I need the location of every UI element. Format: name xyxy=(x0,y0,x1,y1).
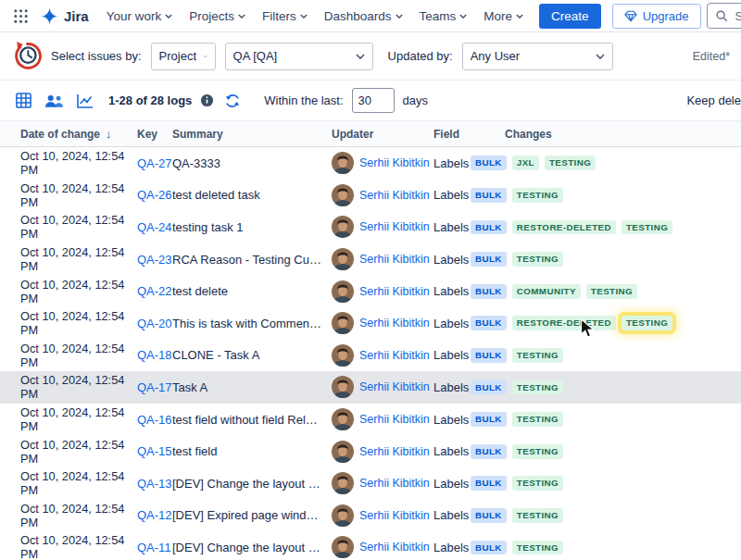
pagination-label: 1-28 of 28 logs xyxy=(108,93,192,107)
column-updater[interactable]: Updater xyxy=(332,128,433,141)
change-badge-bulk: BULK xyxy=(471,348,507,363)
updater-link[interactable]: Serhii Kibitkin xyxy=(359,349,430,362)
nav-item-teams[interactable]: Teams xyxy=(413,4,474,29)
avatar xyxy=(332,536,354,558)
info-icon[interactable] xyxy=(200,93,214,107)
avatar xyxy=(332,472,354,494)
table-row-qa-27[interactable]: Oct 10, 2024, 12:54 PM QA-27 QA-3333 Ser… xyxy=(0,147,741,180)
table-row-qa-13[interactable]: Oct 10, 2024, 12:54 PM QA-13 [DEV] Chang… xyxy=(0,467,741,500)
row-updater: Serhii Kibitkin xyxy=(332,536,433,558)
days-input[interactable] xyxy=(352,88,395,113)
nav-item-your-work[interactable]: Your work xyxy=(100,4,180,29)
project-dropdown[interactable]: QA [QA] xyxy=(225,43,373,70)
table-row-qa-23[interactable]: Oct 10, 2024, 12:54 PM QA-23 RCA Reason … xyxy=(0,243,741,276)
column-key[interactable]: Key xyxy=(137,128,172,141)
jira-brand[interactable]: Jira xyxy=(38,6,94,26)
updater-link[interactable]: Serhii Kibitkin xyxy=(359,413,430,426)
chevron-down-icon xyxy=(300,14,308,19)
table-view-button[interactable] xyxy=(13,90,34,111)
days-unit-label: days xyxy=(403,93,428,107)
nav-item-more[interactable]: More xyxy=(477,4,530,29)
change-badge-bulk: BULK xyxy=(471,508,507,523)
create-button[interactable]: Create xyxy=(539,4,601,29)
updated-by-value: Any User xyxy=(471,49,520,63)
nav-item-dashboards[interactable]: Dashboards xyxy=(318,4,409,29)
updater-link[interactable]: Serhii Kibitkin xyxy=(359,220,430,233)
updater-link[interactable]: Serhii Kibitkin xyxy=(359,253,430,266)
upgrade-button[interactable]: Upgrade xyxy=(612,4,701,29)
updater-link[interactable]: Serhii Kibitkin xyxy=(359,477,430,490)
column-updater-label: Updater xyxy=(332,128,373,141)
app-switcher-button[interactable] xyxy=(9,5,32,28)
change-badge-testing: TESTING xyxy=(512,412,563,427)
users-view-button[interactable] xyxy=(43,92,66,110)
select-by-value: Project xyxy=(159,49,196,63)
nav-item-label: Filters xyxy=(262,9,296,23)
nav-item-projects[interactable]: Projects xyxy=(182,4,252,29)
sort-desc-icon[interactable]: ↓ xyxy=(106,127,112,141)
table-row-qa-20[interactable]: Oct 10, 2024, 12:54 PM QA-20 This is tas… xyxy=(0,307,741,340)
table-row-qa-16[interactable]: Oct 10, 2024, 12:54 PM QA-16 test field … xyxy=(0,404,741,436)
updater-link[interactable]: Serhii Kibitkin xyxy=(359,285,430,298)
select-by-dropdown[interactable]: Project xyxy=(151,43,216,70)
issue-key-link[interactable]: QA-23 xyxy=(137,253,172,267)
issue-key-link[interactable]: QA-12 xyxy=(137,508,172,522)
table-row-qa-18[interactable]: Oct 10, 2024, 12:54 PM QA-18 CLONE - Tas… xyxy=(0,340,741,372)
updater-link[interactable]: Serhii Kibitkin xyxy=(359,317,430,330)
nav-item-filters[interactable]: Filters xyxy=(256,4,314,29)
updater-link[interactable]: Serhii Kibitkin xyxy=(359,156,430,169)
refresh-button[interactable] xyxy=(222,91,243,111)
updater-link[interactable]: Serhii Kibitkin xyxy=(359,445,430,458)
updater-link[interactable]: Serhii Kibitkin xyxy=(359,380,430,393)
issue-key-link[interactable]: QA-13 xyxy=(137,477,172,491)
issue-key-link[interactable]: QA-17 xyxy=(137,380,172,394)
change-badge-bulk: BULK xyxy=(471,444,507,459)
chart-view-button[interactable] xyxy=(74,91,96,111)
row-date: Oct 10, 2024, 12:54 PM xyxy=(20,149,137,177)
row-changes: BULKTESTING xyxy=(471,541,741,555)
issue-key-link[interactable]: QA-26 xyxy=(137,188,172,202)
updater-link[interactable]: Serhii Kibitkin xyxy=(359,509,430,522)
search-input[interactable] xyxy=(734,8,741,24)
row-summary: test deleted task xyxy=(172,188,332,202)
issue-key-link[interactable]: QA-24 xyxy=(137,220,172,234)
table-row-qa-24[interactable]: Oct 10, 2024, 12:54 PM QA-24 testing tas… xyxy=(0,211,741,243)
search-box[interactable] xyxy=(707,3,741,29)
table-row-qa-12[interactable]: Oct 10, 2024, 12:54 PM QA-12 [DEV] Expir… xyxy=(0,500,741,532)
updater-link[interactable]: Serhii Kibitkin xyxy=(359,541,430,554)
jira-brand-name: Jira xyxy=(64,8,89,24)
change-badge-testing: TESTING xyxy=(622,316,672,330)
row-summary: This is task with Comments Res... xyxy=(172,317,332,330)
updater-link[interactable]: Serhii Kibitkin xyxy=(359,189,430,202)
row-updater: Serhii Kibitkin xyxy=(332,312,433,334)
row-changes: BULKTESTING xyxy=(471,412,741,427)
issue-key-link[interactable]: QA-11 xyxy=(137,541,172,554)
column-changes[interactable]: Changes xyxy=(471,128,741,141)
row-summary: [DEV] Change the layout of the ... xyxy=(172,541,332,554)
issue-key-link[interactable]: QA-27 xyxy=(137,156,172,170)
issue-key-link[interactable]: QA-16 xyxy=(137,413,172,427)
issue-key-link[interactable]: QA-15 xyxy=(137,444,172,458)
table-row-qa-22[interactable]: Oct 10, 2024, 12:54 PM QA-22 test delete… xyxy=(0,275,741,307)
chevron-down-icon xyxy=(238,14,245,19)
table-row-qa-17[interactable]: Oct 10, 2024, 12:54 PM QA-17 Task A Serh… xyxy=(0,371,741,404)
row-updater: Serhii Kibitkin xyxy=(332,441,433,463)
within-last-label: Within the last: xyxy=(264,93,343,107)
table-row-qa-11[interactable]: Oct 10, 2024, 12:54 PM QA-11 [DEV] Chang… xyxy=(0,531,741,560)
updated-by-dropdown[interactable]: Any User xyxy=(462,43,613,70)
change-badge-bulk: BULK xyxy=(471,412,507,427)
nav-item-label: Your work xyxy=(107,9,162,23)
table-row-qa-15[interactable]: Oct 10, 2024, 12:54 PM QA-15 test field … xyxy=(0,435,741,467)
change-badge-bulk: BULK xyxy=(471,476,507,491)
row-changes: BULKTESTING xyxy=(471,188,741,203)
column-field[interactable]: Field xyxy=(433,128,471,141)
issue-key-link[interactable]: QA-20 xyxy=(137,317,172,330)
row-summary: test field without field Released ... xyxy=(172,413,332,427)
nav-item-label: Dashboards xyxy=(324,9,392,23)
row-updater: Serhii Kibitkin xyxy=(332,408,433,430)
column-date-of-change[interactable]: Date of change ↓ xyxy=(20,127,137,141)
column-summary[interactable]: Summary xyxy=(172,128,332,141)
issue-key-link[interactable]: QA-22 xyxy=(137,284,172,298)
issue-key-link[interactable]: QA-18 xyxy=(137,348,172,362)
table-row-qa-26[interactable]: Oct 10, 2024, 12:54 PM QA-26 test delete… xyxy=(0,180,741,212)
